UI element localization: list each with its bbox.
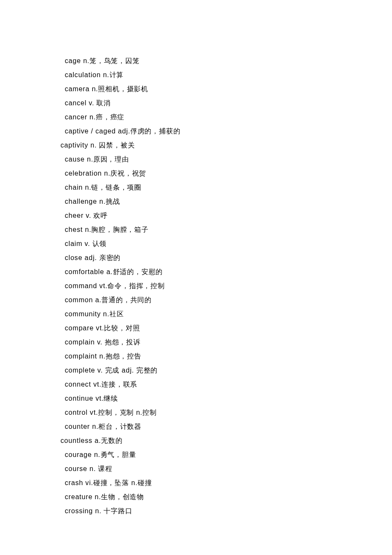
vocab-entry: calculation n.计算: [65, 68, 341, 82]
vocab-entry: comfortable a.舒适的，安慰的: [65, 265, 341, 279]
vocab-entry: crash vi.碰撞，坠落 n.碰撞: [65, 476, 341, 490]
vocab-entry: continue vt.继续: [65, 391, 341, 405]
vocab-entry: cancel v. 取消: [65, 96, 341, 110]
vocab-entry: celebration n.庆祝，祝贺: [65, 166, 341, 180]
vocab-entry: creature n.生物，创造物: [65, 490, 341, 504]
vocab-entry: course n. 课程: [65, 462, 341, 476]
vocab-entry: complain v. 抱怨，投诉: [65, 335, 341, 349]
vocab-entry: common a.普通的，共同的: [65, 293, 341, 307]
vocab-entry: crossing n. 十字路口: [65, 504, 341, 518]
vocab-entry: community n.社区: [65, 307, 341, 321]
vocab-entry: close adj. 亲密的: [65, 251, 341, 265]
vocab-entry: cheer v. 欢呼: [65, 208, 341, 223]
vocab-entry: cancer n.癌，癌症: [65, 110, 341, 124]
vocab-entry: captive / caged adj.俘虏的，捕获的: [65, 124, 341, 138]
vocab-entry: command vt.命令，指挥，控制: [65, 279, 341, 293]
vocab-entry: claim v. 认领: [65, 237, 341, 251]
vocab-entry: cage n.笼，鸟笼，囚笼: [65, 54, 341, 68]
vocab-entry: courage n.勇气，胆量: [65, 448, 341, 462]
vocab-entry: captivity n. 囚禁，被关: [61, 138, 341, 152]
vocab-entry: countless a.无数的: [61, 434, 341, 448]
vocab-entry: counter n.柜台，计数器: [65, 419, 341, 434]
vocab-entry: complete v. 完成 adj. 完整的: [65, 363, 341, 377]
vocab-entry: chain n.链，链条，项圈: [65, 180, 341, 194]
vocab-entry: cause n.原因，理由: [65, 152, 341, 166]
vocab-entry: compare vt.比较，对照: [65, 321, 341, 335]
vocab-entry: complaint n.抱怨，控告: [65, 349, 341, 363]
vocab-entry: camera n.照相机，摄影机: [65, 82, 341, 96]
vocab-entry: challenge n.挑战: [65, 194, 341, 208]
vocab-entry: control vt.控制，克制 n.控制: [65, 405, 341, 419]
vocab-entry: chest n.胸腔，胸膛，箱子: [65, 223, 341, 237]
vocab-entry: connect vt.连接，联系: [65, 377, 341, 391]
page-content: cage n.笼，鸟笼，囚笼 calculation n.计算 camera n…: [0, 0, 392, 518]
